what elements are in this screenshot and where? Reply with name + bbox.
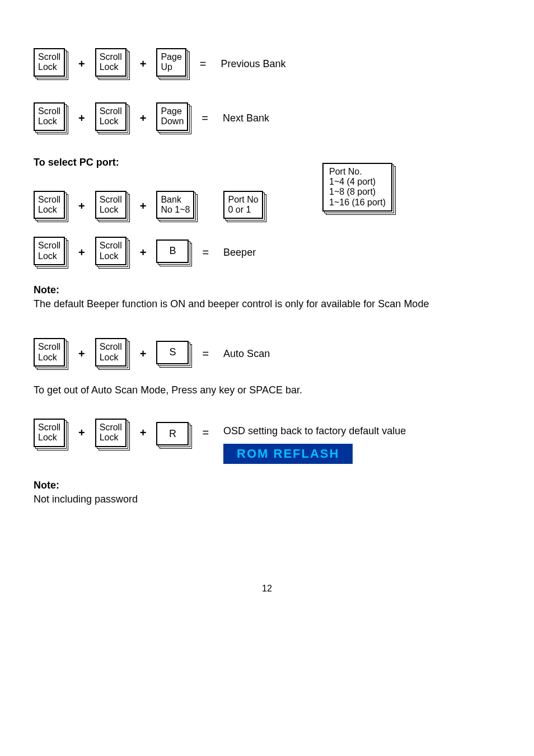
plus-symbol: + (137, 348, 150, 360)
scroll-lock-key: Scroll Lock (34, 419, 65, 447)
scroll-lock-key: Scroll Lock (34, 102, 65, 131)
auto-scan-note: To get out of Auto Scan Mode, Press any … (34, 384, 500, 396)
info-text: Port No. 1~4 (4 port) 1~8 (8 port) 1~16 … (329, 167, 386, 208)
key-label: Scroll Lock (100, 106, 122, 127)
plus-symbol: + (75, 112, 88, 125)
note-title: Note: (34, 284, 500, 296)
plus-symbol: + (137, 112, 150, 125)
plus-symbol: + (75, 200, 88, 213)
key-label: Scroll Lock (100, 422, 122, 443)
scroll-lock-key: Scroll Lock (34, 237, 65, 265)
hotkey-row-select-port: Scroll Lock + Scroll Lock + Bank No 1~8 … (34, 191, 500, 223)
plus-symbol: + (75, 58, 88, 71)
key-label: Scroll Lock (38, 106, 60, 127)
s-key: S (156, 341, 189, 364)
result-text: Next Bank (223, 112, 269, 124)
r-key: R (156, 422, 189, 445)
key-label: Bank No 1~8 (161, 195, 190, 215)
scroll-lock-key: Scroll Lock (95, 102, 127, 131)
plus-symbol: + (75, 348, 88, 360)
equals-symbol: = (199, 348, 217, 360)
equals-symbol: = (199, 246, 217, 259)
key-label: R (169, 428, 176, 440)
key-label: S (169, 346, 176, 358)
key-label: Scroll Lock (38, 195, 60, 215)
page-down-key: Page Down (156, 102, 188, 131)
note-text: Not including password (34, 494, 500, 505)
key-label: Scroll Lock (100, 52, 122, 73)
hotkey-row-auto-scan: Scroll Lock + Scroll Lock + S = Auto Sca… (34, 338, 500, 370)
scroll-lock-key: Scroll Lock (95, 338, 127, 367)
scroll-lock-key: Scroll Lock (34, 48, 65, 77)
key-label: Scroll Lock (100, 342, 122, 363)
b-key: B (156, 240, 189, 263)
hotkey-row-previous-bank: Scroll Lock + Scroll Lock + Page Up = Pr… (34, 48, 500, 80)
bank-no-key: Bank No 1~8 (156, 191, 194, 219)
result-text: Beeper (223, 247, 256, 259)
plus-symbol: + (75, 246, 88, 259)
page-number: 12 (34, 584, 500, 594)
result-text: Auto Scan (223, 348, 270, 360)
plus-symbol: + (137, 58, 150, 71)
scroll-lock-key: Scroll Lock (95, 419, 127, 447)
scroll-lock-key: Scroll Lock (34, 338, 65, 367)
note-title: Note: (34, 480, 500, 491)
key-label: B (169, 245, 176, 257)
plus-symbol: + (137, 200, 150, 213)
hotkey-row-beeper: Scroll Lock + Scroll Lock + B = Beeper (34, 237, 500, 269)
plus-symbol: + (75, 419, 88, 439)
key-label: Port No 0 or 1 (228, 195, 258, 215)
equals-symbol: = (196, 58, 214, 71)
plus-symbol: + (137, 419, 150, 439)
key-label: Scroll Lock (38, 342, 60, 363)
key-label: Scroll Lock (100, 195, 122, 215)
port-no-info-box: Port No. 1~4 (4 port) 1~8 (8 port) 1~16 … (322, 163, 392, 212)
key-label: Scroll Lock (100, 241, 122, 261)
equals-symbol: = (199, 419, 217, 439)
key-label: Page Up (161, 52, 181, 73)
result-text: OSD setting back to factory default valu… (223, 419, 406, 437)
equals-symbol: = (198, 112, 216, 125)
page-up-key: Page Up (156, 48, 186, 77)
key-label: Scroll Lock (38, 52, 60, 73)
key-label: Scroll Lock (38, 241, 60, 261)
scroll-lock-key: Scroll Lock (95, 191, 127, 219)
rom-reflash-banner: ROM REFLASH (223, 444, 353, 464)
key-label: Scroll Lock (38, 422, 60, 443)
port-no-key: Port No 0 or 1 (223, 191, 263, 219)
result-text: Previous Bank (221, 58, 285, 70)
key-label: Page Down (161, 106, 184, 127)
note-text: The default Beeper function is ON and be… (34, 298, 500, 310)
scroll-lock-key: Scroll Lock (95, 48, 127, 77)
scroll-lock-key: Scroll Lock (34, 191, 65, 219)
plus-symbol: + (137, 246, 150, 259)
hotkey-row-next-bank: Scroll Lock + Scroll Lock + Page Down = … (34, 102, 500, 134)
section-title-select-pc-port: To select PC port: (34, 157, 500, 168)
hotkey-row-osd-reset: Scroll Lock + Scroll Lock + R = OSD sett… (34, 419, 500, 464)
scroll-lock-key: Scroll Lock (95, 237, 127, 265)
